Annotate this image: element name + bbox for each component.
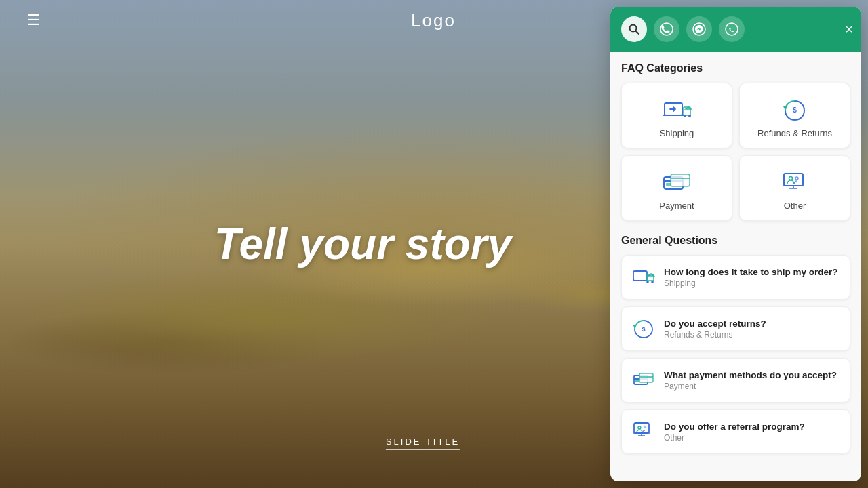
close-button[interactable]: × [845,22,853,36]
refunds-icon: $ [778,97,811,121]
question-shipping-icon [631,265,656,289]
svg-point-9 [684,115,686,117]
svg-rect-16 [671,174,690,186]
shipping-label: Shipping [660,128,694,138]
question-payment-icon [631,368,656,392]
svg-line-1 [636,31,639,35]
question-text-returns: Do you accept returns? Refunds & Returns [664,319,840,340]
whatsapp-icon-button[interactable] [654,16,679,42]
other-icon [778,169,811,194]
question-other-icon [631,420,656,444]
other-label: Other [784,201,806,211]
svg-rect-24 [633,271,647,281]
panel-body: FAQ Categories [610,52,861,481]
slide-title: SLIDE TITLE [386,436,460,450]
svg-point-23 [795,177,798,180]
svg-point-4 [726,23,738,35]
faq-categories-section: FAQ Categories [621,62,850,221]
question-text-payment: What payment methods do you accept? Paym… [664,370,840,391]
slide-title-container: SLIDE TITLE [386,435,460,447]
payment-icon [660,169,693,194]
question-text-other: Do you offer a referral program? Other [664,422,840,443]
refunds-label: Refunds & Returns [757,128,832,138]
svg-point-42 [644,426,646,428]
svg-marker-30 [633,325,636,329]
chat-panel: × FAQ Categories [610,7,861,481]
category-card-other[interactable]: Other [739,155,850,221]
category-card-payment[interactable]: Payment [621,155,732,221]
panel-header: × [610,7,861,52]
category-card-shipping[interactable]: Shipping [621,83,732,148]
menu-icon[interactable]: ☰ [27,12,41,29]
svg-text:$: $ [793,106,797,114]
svg-point-22 [789,177,793,180]
general-questions-section: General Questions How long does it take … [621,235,850,454]
general-section-title: General Questions [621,235,850,247]
svg-marker-11 [783,106,787,110]
faq-categories-grid: Shipping $ Refunds & Returns [621,83,850,221]
svg-point-3 [693,23,705,35]
svg-rect-18 [784,174,803,186]
svg-text:$: $ [642,326,645,333]
category-card-refunds[interactable]: $ Refunds & Returns [739,83,850,148]
shipping-icon [660,97,693,121]
messenger-icon-button[interactable] [686,16,712,42]
svg-point-29 [651,281,654,283]
faq-section-title: FAQ Categories [621,62,850,75]
svg-rect-37 [634,423,649,433]
question-item-other[interactable]: Do you offer a referral program? Other [621,409,850,454]
question-returns-icon: $ [631,317,656,341]
svg-point-41 [638,426,641,429]
payment-label: Payment [659,201,694,211]
search-icon-button[interactable] [621,16,647,42]
question-item-shipping[interactable]: How long does it take to ship my order? … [621,255,850,300]
hero-title: Tell your story [125,219,600,269]
svg-point-28 [646,281,649,283]
question-text-shipping: How long does it take to ship my order? … [664,267,840,288]
svg-rect-35 [639,373,653,382]
logo: Logo [411,10,456,31]
phone-icon-button[interactable] [719,16,745,42]
svg-point-10 [688,115,691,117]
svg-rect-34 [635,380,639,382]
question-item-returns[interactable]: $ Do you accept returns? Refunds & Retur… [621,306,850,351]
question-item-payment[interactable]: What payment methods do you accept? Paym… [621,358,850,403]
